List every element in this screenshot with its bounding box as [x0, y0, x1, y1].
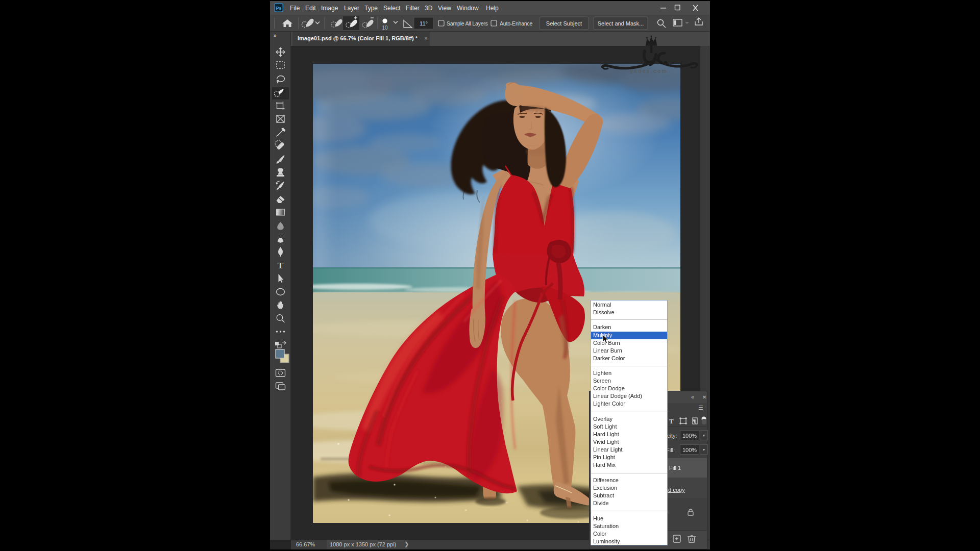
- svg-text:Select Subject: Select Subject: [546, 20, 582, 27]
- svg-text:Select and Mask...: Select and Mask...: [598, 20, 644, 27]
- svg-text:11°: 11°: [420, 20, 428, 27]
- svg-text:Auto-Enhance: Auto-Enhance: [500, 20, 533, 27]
- svg-text:ykdes.com: ykdes.com: [630, 68, 668, 74]
- svg-text:T: T: [669, 417, 674, 425]
- svg-text:T: T: [278, 261, 284, 270]
- svg-text:Sample All Layers: Sample All Layers: [447, 20, 488, 27]
- svg-text:10: 10: [382, 25, 388, 31]
